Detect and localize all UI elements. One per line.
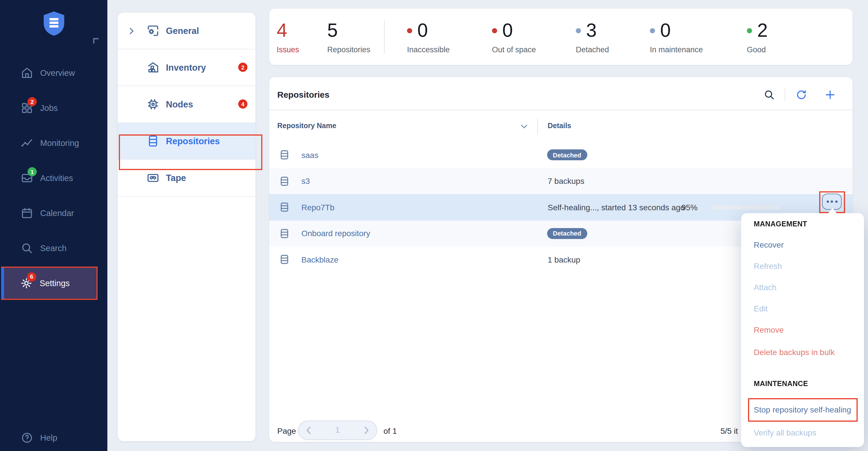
stat-issues: 4 Issues <box>277 9 299 54</box>
add-repository-icon[interactable] <box>825 89 836 101</box>
stat-repositories: 5 Repositories <box>327 9 370 54</box>
status-dot <box>747 28 752 33</box>
column-divider <box>537 119 538 135</box>
repository-name: s3 <box>301 177 310 186</box>
stat-label: Out of space <box>492 46 536 54</box>
subnav-item-label: Repositories <box>166 136 220 146</box>
stat-value: 0 <box>660 19 671 42</box>
repository-context-menu: MANAGEMENT Recover Refresh Attach Edit R… <box>741 213 864 447</box>
tape-icon <box>146 171 160 185</box>
settings-subnav: General Inventory 2 Nodes 4 <box>118 12 255 441</box>
settings-annotation-box: 6 Settings <box>1 266 98 300</box>
stat-inaccessible: 0 Inaccessible <box>407 9 450 54</box>
stat-label: In maintenance <box>650 46 703 54</box>
sidebar-item-label: Help <box>40 433 57 442</box>
sidebar-item-jobs[interactable]: 2 Jobs <box>0 96 107 119</box>
sidebar-item-label: Monitoring <box>40 138 79 148</box>
next-page-icon[interactable] <box>362 426 371 435</box>
stat-good: 2 Good <box>747 9 768 54</box>
chip-icon <box>146 98 160 111</box>
row-actions-ellipsis-button[interactable] <box>822 194 842 210</box>
menu-item-delete-backups-in-bulk[interactable]: Delete backups in bulk <box>754 347 835 357</box>
gear-icon: 6 <box>20 277 33 289</box>
repository-name: Backblaze <box>301 255 338 264</box>
menu-item-recover[interactable]: Recover <box>754 240 784 249</box>
stat-value: 5 <box>327 19 370 42</box>
menu-caret <box>828 208 837 214</box>
activities-badge: 1 <box>28 167 37 176</box>
stat-value: 0 <box>502 19 513 42</box>
stat-value: 2 <box>757 19 768 42</box>
sort-chevron-down-icon[interactable] <box>521 124 528 129</box>
settings-badge: 6 <box>27 272 36 281</box>
question-circle-icon <box>21 431 33 444</box>
sidebar-item-label: Calendar <box>40 208 74 218</box>
status-dot <box>492 28 497 33</box>
calendar-icon <box>21 207 33 220</box>
items-count: 5/5 it <box>720 426 738 435</box>
home-icon <box>21 67 33 79</box>
subnav-item-label: Tape <box>166 173 186 183</box>
tools-divider <box>785 88 785 101</box>
stat-value: 3 <box>586 19 597 42</box>
repository-icon <box>280 175 289 187</box>
subnav-item-repositories[interactable]: Repositories <box>118 123 255 160</box>
subnav-item-label: Nodes <box>166 99 193 109</box>
table-row[interactable]: s3 7 backups <box>269 168 852 194</box>
sidebar-item-search[interactable]: Search <box>0 237 107 260</box>
repository-icon <box>280 201 289 214</box>
table-row[interactable]: saas Detached <box>269 142 852 168</box>
sidebar-item-overview[interactable]: Overview <box>0 61 107 84</box>
subnav-item-nodes[interactable]: Nodes 4 <box>118 86 255 123</box>
general-gear-window-icon <box>146 24 160 37</box>
subnav-item-inventory[interactable]: Inventory 2 <box>118 49 255 86</box>
subnav-item-general[interactable]: General <box>118 12 255 49</box>
jobs-badge: 2 <box>28 97 37 106</box>
sidebar-item-settings[interactable]: 6 Settings <box>2 272 96 294</box>
grid-icon: 2 <box>21 102 33 114</box>
chevron-right-icon <box>128 27 135 34</box>
column-repository-name[interactable]: Repository Name <box>277 122 336 130</box>
stat-detached: 3 Detached <box>576 9 609 54</box>
inventory-badge: 2 <box>238 63 247 72</box>
stat-label: Good <box>747 46 768 54</box>
sidebar-item-label: Settings <box>40 278 70 287</box>
stat-in-maintenance: 0 In maintenance <box>650 9 703 54</box>
repository-icon <box>280 254 289 266</box>
menu-item-stop-repository-self-healing[interactable]: Stop repository self-healing <box>754 405 851 414</box>
progress-bar <box>711 205 780 210</box>
sidebar-item-monitoring[interactable]: Monitoring <box>0 132 107 154</box>
sidebar-item-calendar[interactable]: Calendar <box>0 202 107 225</box>
magnifier-icon <box>21 242 33 255</box>
status-dot <box>650 28 655 33</box>
panel-header: Repositories <box>269 77 852 110</box>
sidebar-item-activities[interactable]: 1 Activities <box>0 167 107 190</box>
column-details[interactable]: Details <box>548 122 571 130</box>
menu-section-maintenance: MAINTENANCE <box>754 380 808 388</box>
stat-label: Inaccessible <box>407 46 450 54</box>
status-badge: Detached <box>547 150 587 161</box>
status-dot <box>407 28 412 33</box>
refresh-icon[interactable] <box>796 89 807 101</box>
app-logo-shield-icon <box>42 11 65 36</box>
status-dot <box>576 28 581 33</box>
progress-percent: 95% <box>681 203 698 212</box>
stat-out-of-space: 0 Out of space <box>492 9 536 54</box>
sidebar-item-help[interactable]: Help <box>0 426 107 449</box>
repository-name: Repo7Tb <box>301 203 334 212</box>
menu-item-remove[interactable]: Remove <box>754 325 784 334</box>
sidebar-item-label: Overview <box>40 68 75 78</box>
stat-label: Repositories <box>327 46 370 54</box>
collapse-sidebar-icon[interactable] <box>93 38 99 44</box>
inventory-icon <box>146 61 160 74</box>
table-header: Repository Name Details <box>269 110 852 142</box>
search-icon[interactable] <box>764 89 775 101</box>
stat-label: Issues <box>277 46 299 54</box>
menu-item-attach: Attach <box>754 283 776 292</box>
repository-icon <box>280 149 289 161</box>
subnav-item-tape[interactable]: Tape <box>118 160 255 196</box>
page-control: 1 <box>298 421 377 440</box>
repository-detail: 7 backups <box>548 177 584 186</box>
repository-detail: 1 backup <box>548 255 580 264</box>
app-window: Overview 2 Jobs Monitoring <box>0 0 868 451</box>
